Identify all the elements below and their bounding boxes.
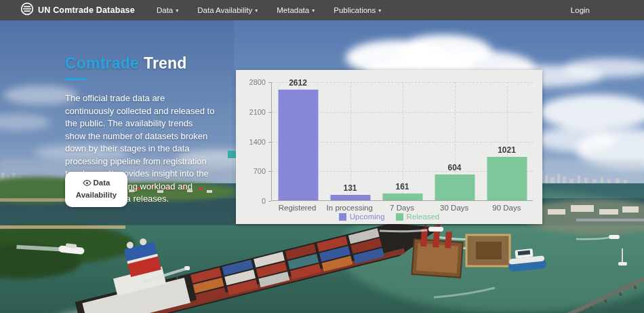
bar-in-processing[interactable] xyxy=(330,195,370,200)
y-axis-tick-mark xyxy=(268,82,271,83)
x-axis-label: In processing xyxy=(323,204,376,212)
bar-cell: 604 xyxy=(428,82,481,200)
y-axis-tick-label: 700 xyxy=(236,167,266,175)
legend-swatch xyxy=(339,213,346,221)
legend-item-upcoming[interactable]: Upcoming xyxy=(339,213,385,221)
bar-cell: 161 xyxy=(376,82,428,200)
data-availability-button[interactable]: Data Availability xyxy=(65,172,127,207)
chevron-down-icon: ▾ xyxy=(176,7,178,14)
main-nav: Data ▾ Data Availability ▾ Metadata ▾ Pu… xyxy=(147,0,390,20)
bar-cell: 2612 xyxy=(272,82,324,200)
y-axis-tick-mark xyxy=(268,171,271,172)
y-axis-tick-label: 2800 xyxy=(236,78,266,86)
x-axis-label: Registered xyxy=(271,204,323,212)
brand-title: UN Comtrade Database xyxy=(38,5,135,15)
legend-label: Upcoming xyxy=(350,213,385,221)
nav-item-data[interactable]: Data ▾ xyxy=(147,0,188,20)
page-title-rest: Trend xyxy=(144,54,187,72)
x-axis-label: 90 Days xyxy=(481,204,533,212)
chevron-down-icon: ▾ xyxy=(312,7,315,14)
bar-cell: 131 xyxy=(324,82,376,200)
legend-swatch xyxy=(396,213,403,221)
legend-label: Released xyxy=(407,213,440,221)
page-title-accent: Comtrade xyxy=(65,54,139,72)
y-axis-tick-label: 2100 xyxy=(236,108,266,116)
title-underline xyxy=(65,78,87,80)
eye-icon xyxy=(83,180,92,186)
nav-item-data-availability[interactable]: Data Availability ▾ xyxy=(188,0,267,20)
brand-logo-link[interactable]: UN Comtrade Database xyxy=(20,2,135,18)
login-link[interactable]: Login xyxy=(571,6,590,14)
bar-cell: 1021 xyxy=(481,82,533,200)
nav-item-label: Data Availability xyxy=(197,6,252,14)
y-axis-tick-mark xyxy=(268,201,271,202)
nav-item-label: Data xyxy=(157,6,173,14)
bar-registered[interactable] xyxy=(278,90,318,200)
y-axis-tick-mark xyxy=(268,142,271,143)
bars-row: 26121311616041021 xyxy=(272,82,533,200)
bar-30-days[interactable] xyxy=(435,174,475,200)
chart-legend: UpcomingReleased xyxy=(236,213,542,221)
bar-value-label: 131 xyxy=(324,183,376,193)
bar-value-label: 2612 xyxy=(272,78,324,88)
x-axis-label: 30 Days xyxy=(428,204,481,212)
page: UN Comtrade Database Data ▾ Data Availab… xyxy=(0,0,644,313)
x-axis-label: 7 Days xyxy=(376,204,428,212)
bar-7-days[interactable] xyxy=(382,194,422,200)
page-title: ComtradeTrend xyxy=(65,54,222,73)
y-axis-tick-label: 1400 xyxy=(236,138,266,146)
nav-item-metadata[interactable]: Metadata ▾ xyxy=(267,0,324,20)
x-axis-labels: RegisteredIn processing7 Days30 Days90 D… xyxy=(271,204,533,212)
chevron-down-icon: ▾ xyxy=(378,7,381,14)
nav-item-label: Metadata xyxy=(277,6,309,14)
y-axis-tick-mark xyxy=(268,112,271,113)
y-axis-tick-label: 0 xyxy=(236,197,266,205)
nav-item-label: Publications xyxy=(334,6,376,14)
bar-value-label: 161 xyxy=(376,182,428,191)
plot-area: 26121311616041021 xyxy=(271,82,533,201)
legend-item-released[interactable]: Released xyxy=(396,213,440,221)
chevron-down-icon: ▾ xyxy=(255,7,258,14)
nav-item-publications[interactable]: Publications ▾ xyxy=(324,0,390,20)
top-navbar: UN Comtrade Database Data ▾ Data Availab… xyxy=(0,0,644,20)
un-comtrade-logo-icon xyxy=(20,2,34,18)
bar-value-label: 1021 xyxy=(481,145,533,155)
bar-90-days[interactable] xyxy=(487,157,527,200)
availability-trend-chart: 26121311616041021 RegisteredIn processin… xyxy=(236,70,542,224)
bar-value-label: 604 xyxy=(428,163,481,172)
